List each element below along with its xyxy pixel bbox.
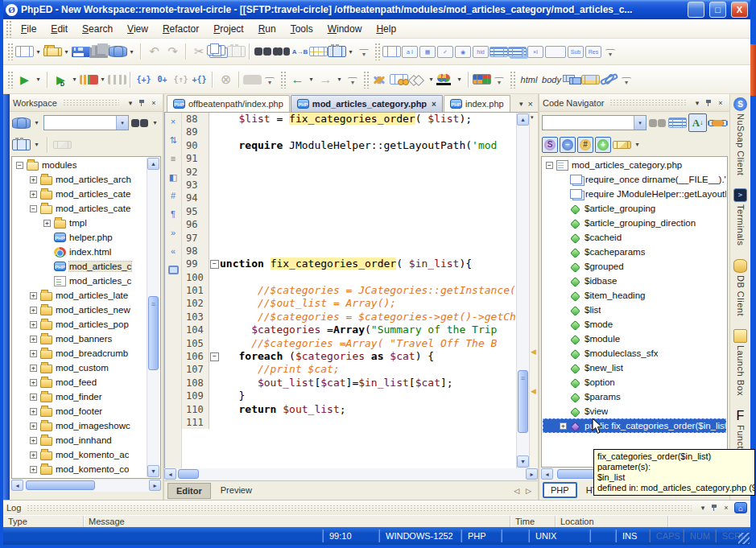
- scroll-left-icon[interactable]: ◂: [164, 468, 176, 480]
- workspace-clipboard-button[interactable]: [12, 139, 31, 150]
- combo-dropdown-icon[interactable]: ▾: [634, 116, 646, 130]
- toolbar-overflow-button[interactable]: ▾: [605, 49, 615, 59]
- editor-horizontal-scrollbar[interactable]: ◂ ▸: [164, 468, 538, 480]
- line-number[interactable]: 108: [182, 377, 209, 389]
- scroll-down-icon[interactable]: ▼: [147, 465, 159, 477]
- form-combo-button[interactable]: [508, 47, 527, 57]
- code-line-95[interactable]: 95: [182, 205, 516, 218]
- replace-button[interactable]: A→B: [291, 43, 309, 61]
- navigator-close-icon[interactable]: ×: [715, 99, 726, 107]
- line-number[interactable]: 104: [182, 323, 209, 336]
- debug-button[interactable]: ▶: [52, 70, 70, 89]
- scroll-right-icon[interactable]: ▷: [526, 487, 531, 495]
- navigator-item-mod-articles-category-php[interactable]: −mod_articles_category.php: [543, 158, 726, 172]
- pin-icon[interactable]: [711, 504, 718, 512]
- form-grid-button[interactable]: ▦: [419, 46, 436, 58]
- dock-tab-nusoap-client[interactable]: SNuSoap Client: [730, 97, 750, 175]
- editor-tab-offbeatenpath-index-php[interactable]: offbeatenpath/index.php: [167, 95, 290, 112]
- workspace-item-mod-articles-c[interactable]: mod_articles_c: [13, 259, 147, 274]
- cut-button[interactable]: ✂: [190, 43, 209, 61]
- code-line-98[interactable]: 98: [182, 245, 516, 258]
- navigator-show-private-button[interactable]: −: [560, 137, 576, 153]
- stop-button[interactable]: ⊗: [217, 70, 235, 89]
- image-button[interactable]: [581, 75, 600, 84]
- dock-tab-launch-box[interactable]: Launch Box: [730, 329, 750, 396]
- navigator-item-mode[interactable]: $mode: [543, 317, 726, 332]
- gutter-monitor-icon[interactable]: [167, 263, 180, 276]
- workspace-close-icon[interactable]: ×: [148, 99, 159, 107]
- line-number[interactable]: 107: [182, 363, 209, 376]
- line-number[interactable]: 111: [182, 416, 209, 429]
- collapse-icon[interactable]: −: [30, 205, 37, 212]
- code-line-103[interactable]: 103 //$categories = $categories->get()->…: [182, 311, 516, 323]
- code-line-101[interactable]: 101 //$categories = JCategories::getInst…: [182, 284, 516, 297]
- form-listbox-button[interactable]: [490, 47, 508, 57]
- code-line-105[interactable]: 105 //$categories =Array( "Travel Off Th…: [182, 337, 516, 350]
- restore-button[interactable]: □: [709, 2, 726, 18]
- gutter-margin-icon[interactable]: ◧: [167, 171, 180, 183]
- minimize-button[interactable]: _: [688, 2, 704, 18]
- log-close-icon[interactable]: ×: [721, 504, 732, 512]
- expand-icon[interactable]: +: [30, 379, 37, 386]
- navigator-show-protected-button[interactable]: #: [577, 137, 593, 153]
- find-button[interactable]: [254, 47, 272, 56]
- expand-icon[interactable]: +: [30, 437, 37, 444]
- form-page-button[interactable]: [382, 46, 401, 57]
- workspace-item-helper-php[interactable]: helper.php: [13, 230, 147, 245]
- log-column-message[interactable]: Message: [84, 516, 510, 527]
- expand-icon[interactable]: +: [30, 336, 37, 343]
- back-button[interactable]: ←: [288, 70, 307, 89]
- navigator-item-article-grouping[interactable]: $article_grouping: [543, 201, 726, 216]
- workspace-item-mod-imageshowc[interactable]: +mod_imageshowc: [13, 418, 147, 433]
- workspace-item-modules[interactable]: −modules: [13, 158, 147, 172]
- navigator-item-moduleclass-sfx[interactable]: $moduleclass_sfx: [543, 346, 726, 361]
- gutter-line-numbers-icon[interactable]: #: [167, 189, 180, 202]
- line-number[interactable]: 102: [182, 297, 209, 310]
- workspace-item-mod-footer[interactable]: +mod_footer: [13, 404, 147, 418]
- navigator-item-public-fix-categories-order-in-list[interactable]: +public fix_categories_order($in_list): [543, 418, 726, 433]
- navigator-item-grouped[interactable]: $grouped: [543, 259, 726, 274]
- line-number[interactable]: 92: [182, 166, 209, 179]
- navigator-view-button[interactable]: [668, 117, 687, 128]
- collapse-icon[interactable]: −: [546, 162, 553, 169]
- menu-search[interactable]: Search: [75, 21, 120, 37]
- font-color-dropdown[interactable]: ▾: [455, 70, 464, 89]
- profiler-button[interactable]: [80, 75, 98, 84]
- new-file-dropdown[interactable]: ▾: [34, 43, 43, 61]
- workspace-item-mod-articles-cate[interactable]: +mod_articles_cate: [13, 187, 147, 201]
- navigator-item-article-grouping-direction[interactable]: $article_grouping_direction: [543, 216, 726, 230]
- code-line-111[interactable]: 111: [182, 416, 516, 429]
- log-column-location[interactable]: Location: [556, 516, 668, 527]
- scroll-left-icon[interactable]: ◂: [541, 468, 553, 480]
- expand-icon[interactable]: +: [30, 451, 37, 459]
- form-submit-button[interactable]: Sub: [568, 46, 584, 58]
- marker-dropdown-icon[interactable]: ▾: [531, 114, 534, 121]
- workspace-item-index-html[interactable]: index.html: [13, 245, 147, 259]
- expand-icon[interactable]: +: [30, 408, 37, 415]
- workspace-item-mod-finder[interactable]: +mod_finder: [13, 389, 147, 404]
- scroll-right-icon[interactable]: ▸: [526, 468, 538, 480]
- menu-tools[interactable]: Tools: [283, 21, 320, 37]
- scroll-thumb[interactable]: [518, 370, 528, 433]
- code-line-94[interactable]: 94: [182, 192, 516, 204]
- workspace-item-mod-articles-c[interactable]: mod_articles_c: [13, 274, 147, 288]
- line-number[interactable]: 101: [182, 284, 209, 297]
- body-tag-button[interactable]: body: [540, 70, 563, 89]
- line-number[interactable]: 94: [182, 192, 209, 204]
- mode-tab-preview[interactable]: Preview: [213, 483, 260, 499]
- navigator-item-require-jmodulehelper-getlayoutpa[interactable]: require JModuleHelper::getLayoutPa: [543, 187, 726, 201]
- line-number[interactable]: 89: [182, 126, 209, 138]
- toolbar-overflow-button[interactable]: ▾: [494, 77, 504, 87]
- workspace-clipboard-dropdown[interactable]: ▾: [32, 135, 41, 154]
- log-column-type[interactable]: Type: [3, 516, 84, 527]
- workspace-item-mod-articles-late[interactable]: +mod_articles_late: [13, 288, 147, 303]
- gutter-split-icon[interactable]: ⇅: [167, 134, 180, 146]
- run-to-cursor-button[interactable]: +{}: [190, 70, 209, 89]
- expand-icon[interactable]: +: [30, 176, 37, 183]
- line-number[interactable]: 93: [182, 179, 209, 192]
- scroll-thumb[interactable]: [26, 480, 95, 490]
- form-checkbox-button[interactable]: ✓: [437, 46, 453, 58]
- clipboard-button[interactable]: [328, 46, 346, 57]
- collapse-icon[interactable]: −: [16, 162, 23, 169]
- navigator-item-option[interactable]: $option: [543, 375, 726, 389]
